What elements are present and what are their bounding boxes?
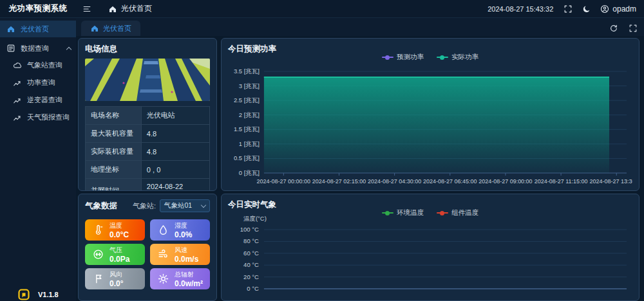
breadcrumb[interactable]: 光伏首页 xyxy=(108,3,152,14)
svg-text:60 °C: 60 °C xyxy=(243,250,259,257)
home-icon xyxy=(90,24,99,33)
sidebar-item-home[interactable]: 光伏首页 xyxy=(0,21,76,37)
sidebar-item-trend[interactable]: 天气预报查询 xyxy=(0,109,76,126)
weather-station-icon xyxy=(13,61,22,70)
sidebar-item-label: 功率查询 xyxy=(27,78,55,87)
refresh-icon[interactable] xyxy=(609,24,618,33)
sidebar-item-label: 逆变器查询 xyxy=(27,95,62,105)
wind-vane-icon xyxy=(90,273,106,284)
card-value: 0.0°C xyxy=(109,230,129,239)
svg-text:40 °C: 40 °C xyxy=(243,261,259,268)
info-value: 0 , 0 xyxy=(141,161,209,179)
sidebar-submenu: 气象站查询功率查询逆变器查询天气预报查询 xyxy=(0,57,76,126)
sidebar-item-label: 数据查询 xyxy=(21,44,49,53)
station-select-label: 气象站: xyxy=(133,201,156,211)
breadcrumb-label: 光伏首页 xyxy=(121,3,152,14)
moon-icon[interactable] xyxy=(582,5,591,14)
legend-item[interactable]: 实际功率 xyxy=(437,53,478,62)
gauge-icon xyxy=(90,249,106,260)
info-label: 实际装机容量 xyxy=(86,143,142,161)
app-title: 光功率预测系统 xyxy=(0,3,76,14)
svg-text:2024-08-27 11:15:00: 2024-08-27 11:15:00 xyxy=(535,178,588,185)
card-value: 0.0Pa xyxy=(109,255,129,264)
forecast-power-panel: 今日预测功率 预测功率实际功率 0 [兆瓦]0.5 [兆瓦]1 [兆瓦]1.5 … xyxy=(221,38,639,191)
svg-text:2024-08-27 04:30:00: 2024-08-27 04:30:00 xyxy=(368,178,421,185)
legend-swatch xyxy=(437,57,448,58)
legend-label: 实际功率 xyxy=(451,53,478,62)
chevron-down-icon xyxy=(201,202,206,207)
tab-bar: 光伏首页 xyxy=(76,18,644,36)
panel-title: 电场信息 xyxy=(85,44,210,55)
station-select-value: 气象站01 xyxy=(164,201,192,210)
card-value: 0.0m/s xyxy=(175,255,198,264)
forecast-power-chart: 0 [兆瓦]0.5 [兆瓦]1 [兆瓦]1.5 [兆瓦]2 [兆瓦]2.5 [兆… xyxy=(228,64,632,191)
weather-card: 风速0.0m/s xyxy=(150,244,210,265)
brand-footer: LINKOL V1.1.8 xyxy=(15,289,59,301)
fullscreen-icon[interactable] xyxy=(564,5,573,14)
menu-fold-icon[interactable] xyxy=(82,5,91,14)
card-title: 总辐射 xyxy=(175,271,194,278)
station-info-table: 电场名称光伏电站最大装机容量4.8实际装机容量4.8地理坐标0 , 0并网时间2… xyxy=(85,106,210,191)
top-header: 光功率预测系统 光伏首页 2024-08-27 15:43:32 opadm xyxy=(0,0,644,18)
sidebar-item-trend[interactable]: 逆变器查询 xyxy=(0,91,76,109)
info-row: 并网时间2024-08-22 08:00:00 xyxy=(86,179,210,192)
trend-icon xyxy=(13,96,22,105)
tab-pv-home[interactable]: 光伏首页 xyxy=(81,21,140,36)
solar-farm-image xyxy=(85,59,210,101)
sidebar-item-data-query[interactable]: 数据查询 xyxy=(0,40,76,57)
fullscreen-icon[interactable] xyxy=(629,24,638,33)
svg-text:0 °C: 0 °C xyxy=(247,285,259,292)
weather-card: 气压0.0Pa xyxy=(85,244,145,265)
legend-swatch xyxy=(382,57,393,58)
sidebar-item-weather-station[interactable]: 气象站查询 xyxy=(0,57,76,74)
info-row: 电场名称光伏电站 xyxy=(86,107,210,125)
card-title: 气压 xyxy=(109,246,122,253)
svg-text:80 °C: 80 °C xyxy=(243,237,259,244)
weather-card: 温度0.0°C xyxy=(85,219,145,241)
legend-item[interactable]: 组件温度 xyxy=(437,208,478,217)
svg-text:0 [兆瓦]: 0 [兆瓦] xyxy=(239,169,260,176)
weather-card: 风向0.0° xyxy=(85,268,145,289)
info-row: 最大装机容量4.8 xyxy=(86,125,210,143)
datetime: 2024-08-27 15:43:32 xyxy=(488,5,553,13)
info-value: 4.8 xyxy=(141,143,209,161)
thermometer-icon xyxy=(90,224,106,235)
svg-text:2.5 [兆瓦]: 2.5 [兆瓦] xyxy=(234,96,260,104)
realtime-weather-chart: 温度(°C)100 °C80 °C60 °C40 °C20 °C0 °C xyxy=(228,213,632,301)
form-icon xyxy=(6,44,15,53)
sidebar-item-label: 天气预报查询 xyxy=(27,113,70,122)
card-title: 湿度 xyxy=(175,222,187,229)
info-value: 4.8 xyxy=(141,125,209,143)
chart2-legend: 环境温度组件温度 xyxy=(222,208,639,217)
station-info-rows: 电场名称光伏电站最大装机容量4.8实际装机容量4.8地理坐标0 , 0并网时间2… xyxy=(86,107,210,192)
info-label: 地理坐标 xyxy=(86,161,142,179)
trend-icon xyxy=(13,78,22,87)
svg-text:1 [兆瓦]: 1 [兆瓦] xyxy=(239,140,260,147)
svg-text:100 °C: 100 °C xyxy=(240,226,259,233)
legend-label: 组件温度 xyxy=(451,208,478,217)
legend-label: 预测功率 xyxy=(397,53,424,62)
info-row: 地理坐标0 , 0 xyxy=(86,161,210,179)
card-title: 风速 xyxy=(175,246,187,253)
legend-item[interactable]: 预测功率 xyxy=(382,53,424,62)
card-title: 温度 xyxy=(109,222,122,229)
version-label: V1.1.8 xyxy=(38,291,59,298)
weather-card: 湿度0.0% xyxy=(150,219,210,241)
card-value: 0.0w/m² xyxy=(175,279,203,288)
user-menu[interactable]: opadm xyxy=(600,5,636,14)
sidebar-item-trend[interactable]: 功率查询 xyxy=(0,74,76,91)
sidebar-item-label: 光伏首页 xyxy=(21,24,49,34)
weather-data-panel: 气象数据 气象站: 气象站01 温度0.0°C湿度0.0%气压0.0Pa风速0.… xyxy=(78,194,217,301)
trend-icon xyxy=(13,113,22,122)
tab-label: 光伏首页 xyxy=(103,24,131,33)
legend-item[interactable]: 环境温度 xyxy=(382,208,424,217)
svg-text:2024-08-27 13:30:00: 2024-08-27 13:30:00 xyxy=(590,178,632,185)
station-select[interactable]: 气象站01 xyxy=(160,199,210,212)
user-icon xyxy=(600,5,609,14)
wind-icon xyxy=(155,249,171,260)
realtime-weather-panel: 今日实时气象 环境温度组件温度 温度(°C)100 °C80 °C60 °C40… xyxy=(221,194,639,301)
home-icon xyxy=(6,24,15,33)
svg-text:3 [兆瓦]: 3 [兆瓦] xyxy=(239,82,260,89)
info-label: 最大装机容量 xyxy=(86,125,142,143)
chart1-legend: 预测功率实际功率 xyxy=(222,53,639,62)
